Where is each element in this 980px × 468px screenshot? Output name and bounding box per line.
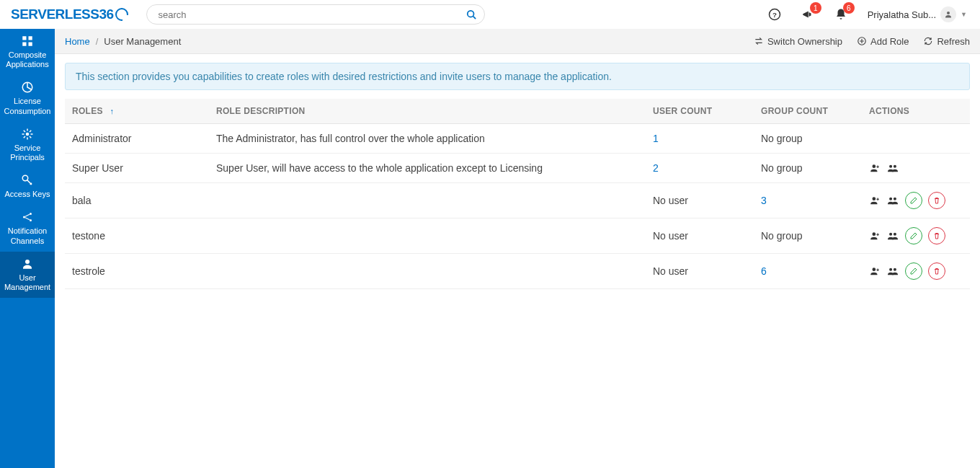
svg-rect-5 — [22, 36, 26, 40]
sidebar-item-label: Notification Channels — [3, 226, 52, 245]
edit-icon[interactable] — [905, 192, 922, 209]
svg-point-0 — [467, 11, 473, 17]
svg-point-12 — [23, 216, 25, 218]
cell-group-count[interactable]: 6 — [754, 254, 862, 289]
svg-point-14 — [30, 219, 32, 221]
svg-point-4 — [947, 12, 950, 14]
cell-role: testone — [65, 218, 209, 254]
svg-point-28 — [894, 268, 896, 271]
cell-description — [209, 254, 646, 289]
share-icon — [21, 211, 34, 224]
search-wrap — [146, 4, 485, 25]
sidebar-item-notification-channels[interactable]: Notification Channels — [0, 205, 55, 251]
edit-icon[interactable] — [905, 227, 922, 244]
add-user-icon[interactable] — [869, 195, 881, 206]
add-role-button[interactable]: Add Role — [857, 36, 909, 47]
cell-actions — [862, 154, 970, 183]
help-icon[interactable]: ? — [768, 8, 781, 21]
cell-description — [209, 218, 646, 254]
announcement-icon[interactable]: 1 — [801, 8, 814, 21]
cell-user-count: No user — [646, 183, 754, 218]
sidebar-item-service-principals[interactable]: Service Principals — [0, 122, 55, 168]
user-icon — [21, 257, 34, 270]
cell-user-count[interactable]: 1 — [646, 124, 754, 154]
cell-actions — [862, 254, 970, 289]
svg-rect-7 — [22, 43, 26, 46]
table-row: AdministratorThe Administrator, has full… — [65, 124, 970, 154]
svg-point-23 — [873, 232, 876, 236]
svg-point-21 — [889, 198, 892, 200]
cell-group-count: No group — [754, 124, 862, 154]
table-row: testroleNo user6 — [65, 254, 970, 289]
add-user-icon[interactable] — [869, 266, 881, 276]
col-description[interactable]: ROLE DESCRIPTION — [209, 99, 646, 124]
table-row: Super UserSuper User, will have access t… — [65, 154, 970, 183]
sidebar-item-composite-applications[interactable]: Composite Applications — [0, 29, 55, 75]
col-actions: ACTIONS — [862, 99, 970, 124]
cell-role: bala — [65, 183, 209, 218]
brand-logo[interactable]: SERVERLESS36 — [0, 6, 139, 22]
cell-group-count: No group — [754, 218, 862, 254]
sidebar-item-license-consumption[interactable]: License Consumption — [0, 75, 55, 121]
delete-icon[interactable] — [928, 227, 945, 244]
col-roles[interactable]: ROLES ↑ — [65, 99, 209, 124]
info-banner: This section provides you capabilities t… — [65, 63, 970, 90]
logo-circle-icon — [115, 8, 128, 21]
svg-point-24 — [889, 233, 892, 236]
content-area: Home / User Management Switch Ownership … — [55, 29, 980, 468]
user-menu[interactable]: Priyalatha Sub... ▼ — [868, 6, 967, 22]
refresh-icon — [923, 36, 933, 46]
sidebar-item-access-keys[interactable]: Access Keys — [0, 168, 55, 205]
sidebar-item-label: Service Principals — [3, 144, 52, 162]
breadcrumb-home[interactable]: Home — [65, 36, 90, 47]
col-user-count[interactable]: USER COUNT — [646, 99, 754, 124]
cell-user-count: No user — [646, 218, 754, 254]
breadcrumb: Home / User Management — [65, 36, 181, 47]
group-icon[interactable] — [886, 266, 899, 276]
subheader: Home / User Management Switch Ownership … — [55, 29, 980, 54]
announcement-badge: 1 — [810, 2, 821, 14]
svg-point-17 — [873, 164, 876, 168]
svg-rect-8 — [29, 43, 32, 46]
cell-user-count[interactable]: 2 — [646, 154, 754, 183]
sort-asc-icon: ↑ — [110, 107, 114, 115]
search-icon[interactable] — [466, 9, 476, 19]
chevron-down-icon: ▼ — [961, 11, 967, 18]
key-icon — [21, 174, 34, 187]
add-user-icon[interactable] — [869, 231, 881, 241]
svg-point-15 — [25, 260, 30, 264]
apps-icon — [21, 35, 34, 48]
group-icon[interactable] — [886, 195, 899, 206]
cell-group-count: No group — [754, 154, 862, 183]
svg-point-19 — [894, 165, 896, 168]
add-user-icon[interactable] — [869, 163, 881, 173]
svg-point-27 — [889, 268, 892, 271]
cell-group-count[interactable]: 3 — [754, 183, 862, 218]
svg-rect-6 — [29, 36, 32, 40]
group-icon[interactable] — [886, 163, 899, 173]
delete-icon[interactable] — [928, 262, 945, 280]
delete-icon[interactable] — [928, 192, 945, 209]
swap-icon — [754, 36, 764, 46]
cell-actions — [862, 183, 970, 218]
sidebar-item-label: Composite Applications — [3, 50, 52, 69]
svg-point-20 — [873, 197, 876, 200]
cell-user-count: No user — [646, 254, 754, 289]
group-icon[interactable] — [886, 231, 899, 241]
col-group-count[interactable]: GROUP COUNT — [754, 99, 862, 124]
sidebar-item-user-management[interactable]: User Management — [0, 252, 55, 298]
refresh-button[interactable]: Refresh — [923, 36, 970, 47]
svg-point-26 — [873, 268, 876, 271]
svg-line-1 — [473, 17, 476, 19]
edit-icon[interactable] — [905, 262, 922, 280]
cell-role: Super User — [65, 154, 209, 183]
search-input[interactable] — [146, 4, 485, 25]
bell-icon[interactable]: 6 — [834, 8, 847, 21]
switch-ownership-button[interactable]: Switch Ownership — [754, 36, 842, 47]
sidebar-item-label: Access Keys — [5, 190, 50, 199]
svg-point-10 — [26, 133, 30, 136]
svg-point-25 — [894, 233, 896, 236]
svg-point-18 — [889, 165, 892, 168]
cell-role: Administrator — [65, 124, 209, 154]
cell-description: Super User, will have access to the whol… — [209, 154, 646, 183]
